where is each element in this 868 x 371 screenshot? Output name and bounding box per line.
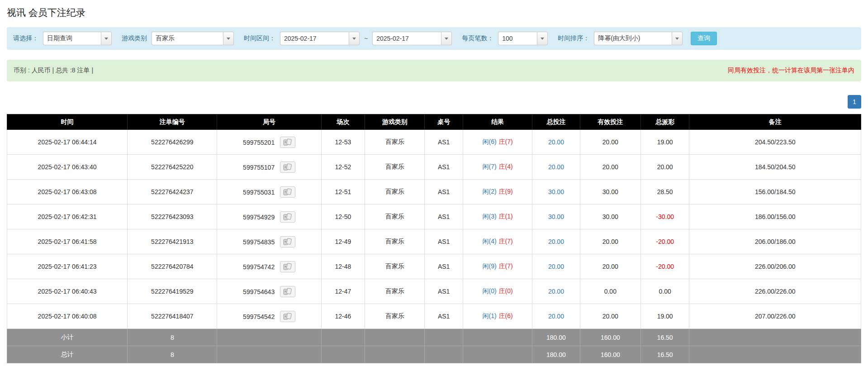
cell-payout: -30.00 xyxy=(640,205,689,229)
cell-table-no: AS1 xyxy=(425,229,463,254)
cell-table-no: AS1 xyxy=(425,254,463,279)
cell-total-bet[interactable]: 20.00 xyxy=(532,279,580,304)
table-row: 2025-02-17 06:40:43 522276419529 5997546… xyxy=(7,279,861,304)
game-type-input[interactable] xyxy=(152,32,223,45)
cell-session: 12-51 xyxy=(321,180,365,205)
empty-cell xyxy=(425,329,463,346)
bet-records-table: 时间注单编号局号场次游戏类别桌号结果总投注有效投注总派彩备注 2025-02-1… xyxy=(7,114,861,363)
cell-session: 12-46 xyxy=(321,304,365,329)
cell-payout: 19.00 xyxy=(640,304,689,329)
view-round-cards-button[interactable] xyxy=(280,211,295,223)
cell-table-no: AS1 xyxy=(425,155,463,180)
cards-icon xyxy=(283,313,293,320)
date-to-input[interactable] xyxy=(372,32,441,45)
cell-bet-id: 522276424237 xyxy=(128,180,217,205)
cell-remark: 226.00/206.00 xyxy=(689,254,861,279)
query-type-label: 请选择： xyxy=(13,34,38,43)
page-1-button[interactable]: 1 xyxy=(848,95,861,109)
result-banker: 庄(4) xyxy=(499,163,513,170)
cell-total-bet[interactable]: 30.00 xyxy=(532,180,580,205)
sort-label: 时间排序： xyxy=(558,34,589,43)
page-size-input[interactable] xyxy=(498,32,537,45)
table-row: 2025-02-17 06:43:40 522276425220 5997551… xyxy=(7,155,861,180)
subtotal-row: 小计 8 180.00 160.00 16.50 xyxy=(7,329,861,346)
empty-cell xyxy=(425,346,463,363)
column-header: 有效投注 xyxy=(580,114,640,130)
empty-cell xyxy=(321,346,365,363)
cell-session: 12-53 xyxy=(321,130,365,155)
cell-valid-bet: 30.00 xyxy=(580,180,640,205)
cell-game-type: 百家乐 xyxy=(365,180,425,205)
round-id: 599754835 xyxy=(243,238,275,245)
round-id: 599755107 xyxy=(243,163,275,171)
column-header: 总派彩 xyxy=(640,114,689,130)
view-round-cards-button[interactable] xyxy=(280,311,295,322)
view-round-cards-button[interactable] xyxy=(280,286,295,297)
cell-table-no: AS1 xyxy=(425,304,463,329)
cell-time: 2025-02-17 06:40:43 xyxy=(7,279,128,304)
cell-total-bet[interactable]: 20.00 xyxy=(532,130,580,155)
result-player: 闲(2) xyxy=(482,188,496,195)
cell-bet-id: 522276418407 xyxy=(128,304,217,329)
cell-round: 599755107 xyxy=(217,155,321,180)
cell-total-bet[interactable]: 20.00 xyxy=(532,304,580,329)
empty-cell xyxy=(217,346,321,363)
cell-bet-id: 522276425220 xyxy=(128,155,217,180)
view-round-cards-button[interactable] xyxy=(280,137,295,148)
result-player: 闲(9) xyxy=(482,262,496,270)
empty-cell xyxy=(321,329,365,346)
chevron-down-icon xyxy=(104,38,108,40)
query-type-input[interactable] xyxy=(43,32,101,45)
empty-cell xyxy=(689,329,861,346)
table-row: 2025-02-17 06:42:31 522276423093 5997549… xyxy=(7,205,861,229)
subtotal-valid-bet: 160.00 xyxy=(580,329,640,346)
cell-total-bet[interactable]: 20.00 xyxy=(532,155,580,180)
round-id: 599755201 xyxy=(243,138,275,146)
sort-input[interactable] xyxy=(594,32,672,45)
cell-payout: -20.00 xyxy=(640,229,689,254)
empty-cell xyxy=(463,329,532,346)
result-banker: 庄(7) xyxy=(499,138,513,145)
search-button[interactable]: 查询 xyxy=(691,32,717,45)
cell-remark: 226.00/226.00 xyxy=(689,279,861,304)
table-row: 2025-02-17 06:41:58 522276421913 5997548… xyxy=(7,229,861,254)
result-banker: 庄(1) xyxy=(499,213,513,220)
cell-round: 599754542 xyxy=(217,304,321,329)
cards-icon xyxy=(283,188,293,196)
cell-time: 2025-02-17 06:40:08 xyxy=(7,304,128,329)
page-size-dropdown-button[interactable] xyxy=(537,32,548,45)
cell-session: 12-47 xyxy=(321,279,365,304)
cell-total-bet[interactable]: 20.00 xyxy=(532,254,580,279)
view-round-cards-button[interactable] xyxy=(280,162,295,173)
cards-icon xyxy=(283,163,293,171)
cell-total-bet[interactable]: 30.00 xyxy=(532,205,580,229)
view-round-cards-button[interactable] xyxy=(280,261,295,272)
cell-remark: 206.00/186.00 xyxy=(689,229,861,254)
cards-icon xyxy=(283,288,293,295)
total-label: 总计 xyxy=(7,346,128,363)
cell-total-bet[interactable]: 20.00 xyxy=(532,229,580,254)
subtotal-total-bet: 180.00 xyxy=(532,329,580,346)
view-round-cards-button[interactable] xyxy=(280,186,295,198)
table-row: 2025-02-17 06:41:23 522276420784 5997547… xyxy=(7,254,861,279)
cell-round: 599754929 xyxy=(217,205,321,229)
cell-round: 599754643 xyxy=(217,279,321,304)
date-to-combo xyxy=(372,32,452,45)
subtotal-label: 小计 xyxy=(7,329,128,346)
date-from-dropdown-button[interactable] xyxy=(349,32,360,45)
sort-dropdown-button[interactable] xyxy=(672,32,683,45)
date-to-dropdown-button[interactable] xyxy=(441,32,452,45)
query-type-dropdown-button[interactable] xyxy=(101,32,112,45)
column-header: 游戏类别 xyxy=(365,114,425,130)
date-from-input[interactable] xyxy=(280,32,349,45)
result-banker: 庄(7) xyxy=(499,262,513,270)
cell-valid-bet: 20.00 xyxy=(580,254,640,279)
view-round-cards-button[interactable] xyxy=(280,236,295,247)
table-header-row: 时间注单编号局号场次游戏类别桌号结果总投注有效投注总派彩备注 xyxy=(7,114,861,130)
cell-result: 闲(9)庄(7) xyxy=(463,254,532,279)
column-header: 备注 xyxy=(689,114,861,130)
game-type-dropdown-button[interactable] xyxy=(223,32,234,45)
cell-time: 2025-02-17 06:43:40 xyxy=(7,155,128,180)
cell-bet-id: 522276421913 xyxy=(128,229,217,254)
result-player: 闲(3) xyxy=(482,213,496,220)
